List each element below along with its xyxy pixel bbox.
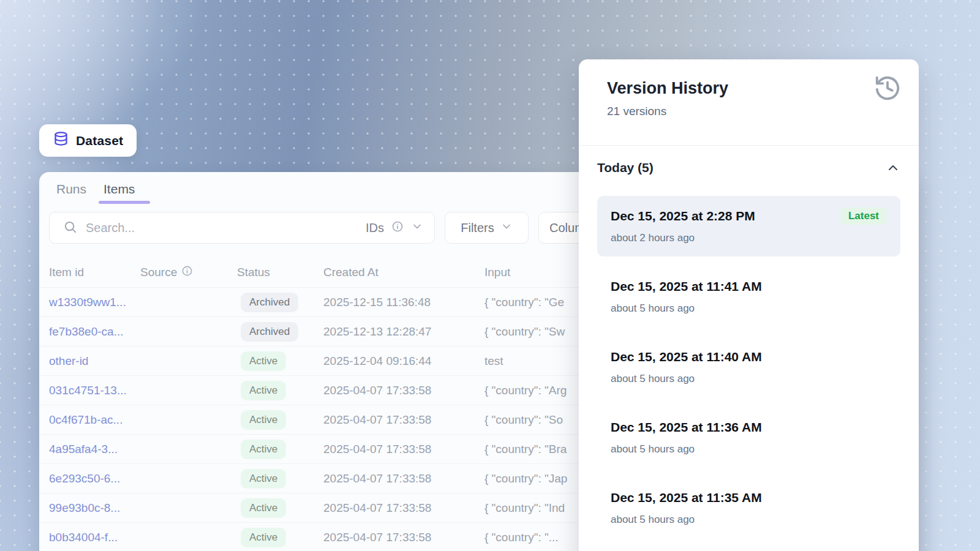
item-id-link[interactable]: other-id: [49, 354, 140, 368]
created-at-cell: 2025-04-07 17:33:58: [323, 472, 484, 485]
today-section-label: Today (5): [597, 160, 654, 175]
filters-button-label: Filters: [461, 221, 494, 235]
status-badge: Active: [241, 381, 286, 400]
created-at-cell: 2025-04-07 17:33:58: [323, 384, 484, 397]
column-header-source-label: Source: [140, 266, 177, 279]
version-entry[interactable]: Dec 15, 2025 at 11:40 AM Latest about 5 …: [597, 337, 900, 397]
version-entry[interactable]: Dec 15, 2025 at 11:35 AM Latest about 5 …: [597, 478, 900, 538]
version-entry-top: Dec 15, 2025 at 11:41 AM Latest: [611, 277, 887, 296]
item-id-link[interactable]: w1330t9ww1...: [49, 296, 140, 309]
info-icon[interactable]: [181, 265, 193, 280]
status-cell: Active: [237, 410, 323, 430]
tab[interactable]: Runs: [56, 182, 86, 204]
status-badge: Active: [241, 351, 286, 371]
version-list: Dec 15, 2025 at 2:28 PM Latest about 2 h…: [579, 175, 919, 551]
status-badge: Active: [241, 528, 286, 547]
version-date: Dec 15, 2025 at 11:41 AM: [611, 277, 762, 296]
latest-badge: Latest: [840, 208, 887, 225]
search-box: IDs: [49, 212, 435, 244]
version-entry-top: Dec 15, 2025 at 2:28 PM Latest: [611, 207, 887, 225]
status-cell: Active: [237, 351, 323, 371]
version-date: Dec 15, 2025 at 11:36 AM: [611, 418, 762, 437]
version-date: Dec 15, 2025 at 11:40 AM: [611, 348, 762, 366]
item-id-link[interactable]: 0c4f671b-ac...: [49, 413, 140, 427]
version-relative-time: about 5 hours ago: [611, 301, 887, 316]
version-history-panel: Version History 21 versions Today (5) De…: [579, 59, 919, 551]
status-badge: Active: [241, 440, 286, 459]
ids-dropdown[interactable]: IDs: [366, 220, 423, 236]
status-cell: Archived: [237, 322, 323, 342]
status-badge: Archived: [241, 293, 298, 312]
status-cell: Active: [237, 469, 323, 489]
version-relative-time: about 2 hours ago: [611, 231, 887, 246]
history-clock-icon: [873, 74, 902, 105]
version-relative-time: about 5 hours ago: [611, 442, 887, 457]
version-entry[interactable]: Dec 15, 2025 at 2:28 PM Latest about 2 h…: [597, 196, 900, 257]
status-badge: Archived: [241, 322, 298, 342]
status-cell: Active: [237, 498, 323, 518]
created-at-cell: 2025-04-07 17:33:58: [323, 443, 484, 456]
search-icon: [63, 220, 77, 236]
column-header-source: Source: [140, 265, 237, 280]
version-relative-time: about 5 hours ago: [611, 372, 887, 386]
search-input[interactable]: [86, 221, 357, 235]
item-id-link[interactable]: 031c4751-13...: [49, 384, 140, 397]
chevron-up-icon[interactable]: [886, 160, 900, 175]
status-cell: Archived: [237, 293, 323, 312]
item-id-link[interactable]: 6e293c50-6...: [49, 472, 140, 485]
version-entry-top: Dec 15, 2025 at 11:40 AM Latest: [611, 348, 887, 366]
version-history-header: Version History 21 versions: [579, 59, 919, 146]
version-count: 21 versions: [607, 103, 891, 119]
created-at-cell: 2025-12-15 11:36:48: [323, 296, 484, 309]
version-date: Dec 15, 2025 at 11:35 AM: [611, 489, 762, 507]
version-date: Dec 15, 2025 at 2:28 PM: [611, 207, 755, 225]
created-at-cell: 2025-12-04 09:16:44: [323, 354, 484, 368]
item-id-link[interactable]: 99e93b0c-8...: [49, 501, 140, 515]
version-relative-time: about 5 hours ago: [611, 512, 887, 527]
item-id-link[interactable]: 4a95afa4-3...: [49, 443, 140, 456]
tab[interactable]: Items: [104, 182, 135, 204]
column-header-item-id: Item id: [49, 266, 140, 279]
version-history-title: Version History: [607, 78, 891, 99]
ids-dropdown-label: IDs: [366, 221, 384, 235]
version-entry[interactable]: Dec 15, 2025 at 11:36 AM Latest about 5 …: [597, 407, 900, 468]
chevron-down-icon: [500, 220, 513, 236]
item-id-link[interactable]: b0b34004-f...: [49, 531, 140, 544]
info-icon[interactable]: [391, 220, 404, 236]
status-cell: Active: [237, 528, 323, 547]
status-cell: Active: [237, 381, 323, 400]
database-icon: [53, 131, 69, 150]
created-at-cell: 2025-04-07 17:33:58: [323, 531, 484, 544]
created-at-cell: 2025-12-13 12:28:47: [323, 325, 484, 339]
created-at-cell: 2025-04-07 17:33:58: [323, 413, 484, 427]
dataset-badge-label: Dataset: [76, 133, 123, 148]
item-id-link[interactable]: fe7b38e0-ca...: [49, 325, 140, 339]
version-entry-top: Dec 15, 2025 at 11:36 AM Latest: [611, 418, 887, 437]
status-badge: Active: [241, 469, 286, 489]
version-entry[interactable]: Dec 15, 2025 at 11:41 AM Latest about 5 …: [597, 266, 900, 327]
filters-button[interactable]: Filters: [445, 212, 529, 244]
chevron-down-icon: [411, 220, 423, 236]
column-header-created-at: Created At: [323, 266, 484, 279]
status-cell: Active: [237, 440, 323, 459]
dataset-badge: Dataset: [39, 124, 137, 157]
column-header-status: Status: [237, 266, 323, 279]
status-badge: Active: [241, 410, 286, 430]
created-at-cell: 2025-04-07 17:33:58: [323, 501, 484, 515]
status-badge: Active: [241, 498, 286, 518]
today-section-header: Today (5): [579, 146, 919, 175]
version-entry-top: Dec 15, 2025 at 11:35 AM Latest: [611, 489, 887, 507]
